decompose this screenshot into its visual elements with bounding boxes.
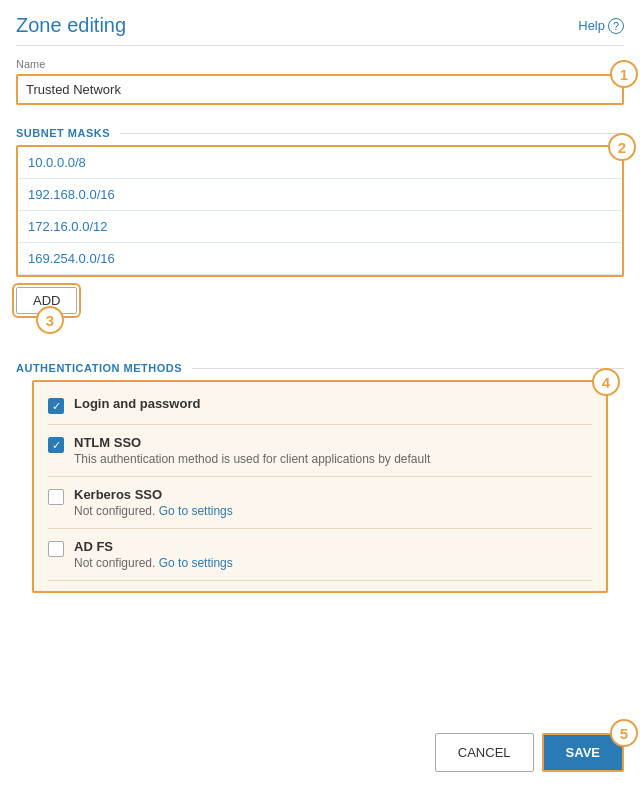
checkbox-login-password-wrap: [48, 398, 64, 414]
auth-kerberos-sso-desc: Not configured. Go to settings: [74, 504, 233, 518]
auth-item-content: Kerberos SSO Not configured. Go to setti…: [74, 487, 233, 518]
auth-methods-label: AUTHENTICATION METHODS: [16, 362, 182, 374]
name-field-wrap: Name 1: [16, 58, 624, 105]
checkbox-ntlm-sso-wrap: [48, 437, 64, 453]
auth-kerberos-sso-label: Kerberos SSO: [74, 487, 233, 502]
kerberos-settings-link[interactable]: Go to settings: [159, 504, 233, 518]
auth-ad-fs-desc: Not configured. Go to settings: [74, 556, 233, 570]
add-button-row: ADD 3: [0, 277, 640, 324]
help-link[interactable]: Help ?: [578, 18, 624, 34]
list-item[interactable]: 10.0.0.0/8: [18, 147, 622, 179]
list-item[interactable]: 172.16.0.0/12: [18, 211, 622, 243]
auth-methods-section-header: AUTHENTICATION METHODS: [0, 352, 640, 380]
subnet-masks-label: SUBNET MASKS: [16, 127, 110, 139]
auth-ntlm-sso-desc: This authentication method is used for c…: [74, 452, 430, 466]
subnet-masks-section-header: SUBNET MASKS: [0, 117, 640, 145]
auth-ntlm-sso-label: NTLM SSO: [74, 435, 430, 450]
checkbox-ad-fs-wrap: [48, 541, 64, 557]
auth-divider: [192, 368, 624, 369]
adfs-settings-link[interactable]: Go to settings: [159, 556, 233, 570]
list-item[interactable]: 169.254.0.0/16: [18, 243, 622, 275]
auth-item-ad-fs: AD FS Not configured. Go to settings: [48, 529, 592, 581]
footer-buttons: CANCEL SAVE 5: [419, 717, 640, 788]
auth-item-ntlm-sso: NTLM SSO This authentication method is u…: [48, 425, 592, 477]
subnet-list-wrap: 10.0.0.0/8 192.168.0.0/16 172.16.0.0/12 …: [16, 145, 624, 277]
checkbox-kerberos-sso-wrap: [48, 489, 64, 505]
step-badge-4: 4: [592, 368, 620, 396]
auth-section: Login and password NTLM SSO This authent…: [32, 380, 608, 593]
auth-ad-fs-label: AD FS: [74, 539, 233, 554]
auth-item-content: NTLM SSO This authentication method is u…: [74, 435, 430, 466]
name-label: Name: [16, 58, 624, 70]
checkbox-ntlm-sso[interactable]: [48, 437, 64, 453]
save-button-wrap: SAVE 5: [542, 733, 624, 772]
auth-item-kerberos-sso: Kerberos SSO Not configured. Go to setti…: [48, 477, 592, 529]
cancel-button[interactable]: CANCEL: [435, 733, 534, 772]
checkbox-login-password[interactable]: [48, 398, 64, 414]
name-section: Name 1: [0, 46, 640, 117]
auth-item-login-password: Login and password: [48, 392, 592, 425]
page-title: Zone editing: [16, 14, 126, 37]
checkbox-ad-fs[interactable]: [48, 541, 64, 557]
subnet-divider: [120, 133, 624, 134]
auth-item-content: Login and password: [74, 396, 200, 411]
step-badge-1: 1: [610, 60, 638, 88]
page-header: Zone editing Help ?: [0, 0, 640, 45]
auth-login-password-label: Login and password: [74, 396, 200, 411]
help-label: Help: [578, 18, 605, 33]
step-badge-3: 3: [36, 306, 64, 334]
subnet-list: 10.0.0.0/8 192.168.0.0/16 172.16.0.0/12 …: [16, 145, 624, 277]
step-badge-2: 2: [608, 133, 636, 161]
checkbox-kerberos-sso[interactable]: [48, 489, 64, 505]
list-item[interactable]: 192.168.0.0/16: [18, 179, 622, 211]
auth-section-wrap: Login and password NTLM SSO This authent…: [16, 380, 624, 593]
step-badge-5: 5: [610, 719, 638, 747]
help-icon: ?: [608, 18, 624, 34]
footer-spacer: [0, 609, 640, 689]
name-input[interactable]: [16, 74, 624, 105]
auth-item-content: AD FS Not configured. Go to settings: [74, 539, 233, 570]
